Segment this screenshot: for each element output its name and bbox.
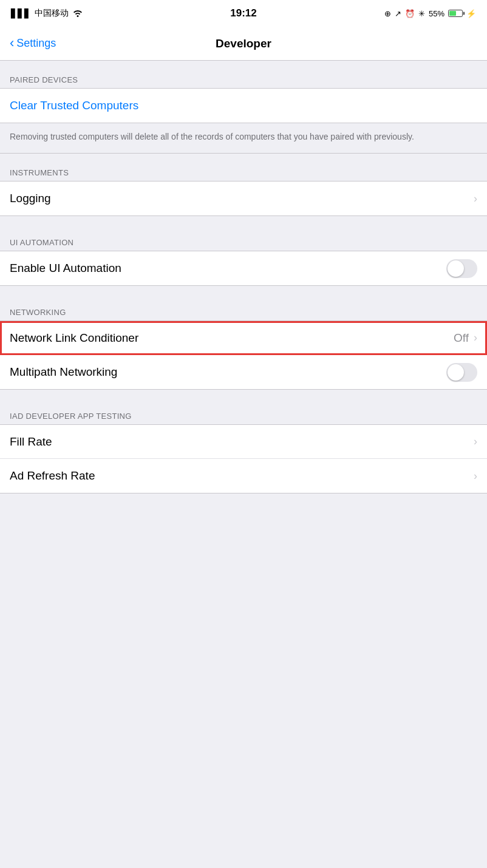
section-body-networking: Network Link Conditioner Off › Multipath… (0, 320, 487, 390)
carrier-label: 中国移动 (35, 8, 69, 19)
back-chevron-icon: ‹ (10, 36, 14, 50)
spacer-instruments (0, 154, 487, 158)
back-label: Settings (16, 37, 56, 50)
row-clear-trusted-computers[interactable]: Clear Trusted Computers (0, 89, 487, 123)
location-icon: ⊕ (384, 9, 391, 18)
spacer-iad (0, 390, 487, 402)
multipath-networking-toggle[interactable] (446, 363, 477, 382)
fill-rate-label: Fill Rate (10, 435, 52, 449)
section-header-iad: IAD DEVELOPER APP TESTING (0, 402, 487, 424)
logging-chevron-icon: › (474, 192, 477, 205)
section-body-iad: Fill Rate › Ad Refresh Rate › (0, 424, 487, 493)
section-header-instruments: INSTRUMENTS (0, 158, 487, 181)
row-network-link-conditioner[interactable]: Network Link Conditioner Off › (0, 321, 487, 355)
enable-ui-automation-toggle[interactable] (446, 259, 477, 278)
logging-right: › (474, 192, 477, 205)
fill-rate-chevron-icon: › (474, 435, 477, 448)
status-right: ⊕ ↗ ⏰ ✳ 55% ⚡ (384, 9, 476, 18)
section-header-ui-automation: UI AUTOMATION (0, 228, 487, 251)
network-link-conditioner-chevron-icon: › (474, 331, 477, 344)
row-fill-rate[interactable]: Fill Rate › (0, 425, 487, 459)
row-enable-ui-automation: Enable UI Automation (0, 251, 487, 285)
clear-trusted-label: Clear Trusted Computers (10, 99, 138, 112)
ad-refresh-rate-right: › (474, 470, 477, 483)
battery-icon (448, 10, 463, 17)
section-body-paired-devices: Clear Trusted Computers (0, 88, 487, 123)
status-bar: ▋▋▋ 中国移动 19:12 ⊕ ↗ ⏰ ✳ 55% ⚡ (0, 0, 487, 27)
row-logging[interactable]: Logging › (0, 181, 487, 215)
multipath-networking-label: Multipath Networking (10, 365, 117, 379)
nav-bar: ‹ Settings Developer (0, 27, 487, 61)
ad-refresh-rate-chevron-icon: › (474, 470, 477, 483)
battery-pct: 55% (429, 9, 444, 18)
signal-bars: ▋▋▋ (11, 8, 31, 18)
spacer-top (0, 61, 487, 66)
enable-ui-automation-label: Enable UI Automation (10, 262, 121, 275)
status-time: 19:12 (230, 7, 256, 19)
status-left: ▋▋▋ 中国移动 (11, 8, 83, 19)
section-body-instruments: Logging › (0, 181, 487, 216)
row-ad-refresh-rate[interactable]: Ad Refresh Rate › (0, 459, 487, 493)
multipath-toggle-knob (448, 364, 464, 381)
toggle-knob (448, 260, 464, 277)
spacer-ui-automation (0, 216, 487, 228)
alarm-icon: ⏰ (405, 9, 415, 18)
ad-refresh-rate-label: Ad Refresh Rate (10, 469, 95, 483)
paired-description-text: Removing trusted computers will delete a… (10, 132, 414, 141)
page-title: Developer (216, 37, 271, 50)
spacer-bottom (0, 493, 487, 506)
network-link-conditioner-value: Off (454, 331, 469, 345)
network-link-conditioner-label: Network Link Conditioner (10, 331, 138, 345)
back-button[interactable]: ‹ Settings (10, 37, 56, 50)
wifi-icon (72, 8, 83, 19)
charging-icon: ⚡ (466, 9, 476, 18)
section-header-networking: NETWORKING (0, 298, 487, 320)
section-header-paired-devices: PAIRED DEVICES (0, 66, 487, 88)
network-link-conditioner-right: Off › (454, 331, 477, 345)
paired-description-block: Removing trusted computers will delete a… (0, 123, 487, 154)
navigation-icon: ↗ (395, 9, 401, 18)
section-body-ui-automation: Enable UI Automation (0, 251, 487, 286)
fill-rate-right: › (474, 435, 477, 448)
row-multipath-networking: Multipath Networking (0, 355, 487, 389)
bluetooth-icon: ✳ (418, 9, 425, 18)
spacer-networking (0, 286, 487, 298)
logging-label: Logging (10, 192, 51, 205)
